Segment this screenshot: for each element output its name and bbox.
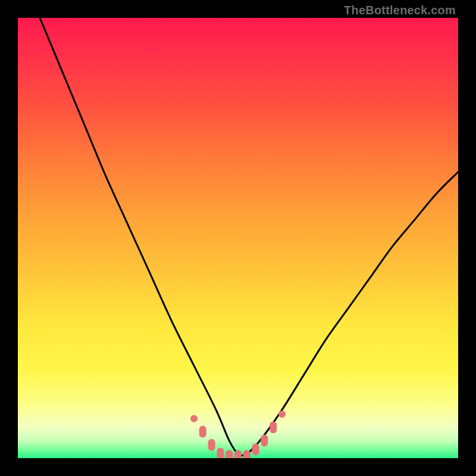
marker-dot — [217, 448, 224, 458]
marker-dot — [261, 434, 268, 446]
marker-dot — [252, 443, 259, 455]
chart-frame: TheBottleneck.com — [0, 0, 476, 476]
marker-dot — [199, 426, 206, 438]
marker-dot — [190, 415, 198, 422]
curve-svg — [18, 18, 458, 458]
watermark-text: TheBottleneck.com — [344, 4, 456, 17]
curve-layer — [40, 18, 458, 455]
marker-dot — [226, 450, 233, 458]
marker-dot — [208, 439, 215, 451]
plot-area — [18, 18, 458, 458]
bottleneck-curve — [40, 18, 458, 455]
marker-dot — [278, 411, 286, 418]
marker-layer — [190, 411, 286, 458]
marker-dot — [270, 421, 277, 433]
marker-dot — [243, 450, 250, 458]
marker-dot — [234, 450, 242, 458]
